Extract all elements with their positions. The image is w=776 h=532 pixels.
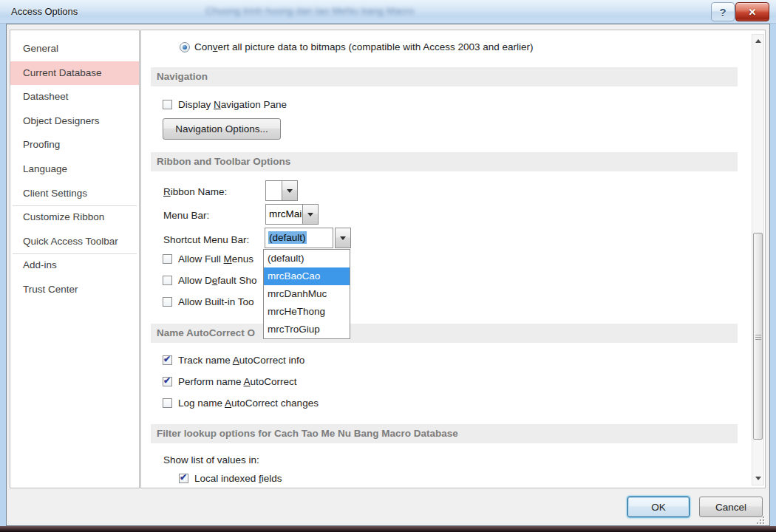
help-icon: ? bbox=[719, 6, 726, 18]
log-name-autocorrect-checkbox[interactable] bbox=[163, 398, 172, 408]
allow-full-menus-label[interactable]: Allow Full Menus bbox=[178, 253, 253, 265]
convert-bitmaps-label[interactable]: Convert all picture data to bitmaps (com… bbox=[194, 41, 533, 52]
close-icon: ✕ bbox=[749, 7, 757, 18]
local-indexed-fields-checkbox[interactable] bbox=[179, 474, 188, 483]
section-header-name-autocorrect: Name AutoCorrect O bbox=[151, 324, 738, 343]
allow-builtin-toolbars-checkbox[interactable] bbox=[163, 297, 172, 307]
sidebar-item-add-ins[interactable]: Add-ins bbox=[10, 253, 139, 278]
dropdown-item-mrchethong[interactable]: mrcHeThong bbox=[264, 303, 350, 321]
scroll-down-icon[interactable] bbox=[752, 473, 763, 484]
sidebar-divider bbox=[13, 253, 137, 254]
ribbon-name-combobox[interactable] bbox=[265, 180, 282, 201]
close-button[interactable]: ✕ bbox=[735, 2, 769, 21]
section-header-ribbon-toolbar: Ribbon and Toolbar Options bbox=[151, 152, 738, 171]
scroll-up-icon[interactable] bbox=[752, 35, 763, 47]
sidebar-item-client-settings[interactable]: Client Settings bbox=[10, 182, 139, 206]
selected-combo-text: (default) bbox=[268, 231, 307, 244]
dropdown-item-mrctrogiup[interactable]: mrcTroGiup bbox=[264, 321, 350, 338]
ribbon-name-label: Ribbon Name: bbox=[163, 186, 227, 197]
resize-grip-icon[interactable] bbox=[755, 515, 766, 525]
dropdown-item-mrcbaocao[interactable]: mrcBaoCao bbox=[264, 267, 350, 285]
sidebar-item-current-database[interactable]: Current Database bbox=[10, 61, 139, 86]
ok-button[interactable]: OK bbox=[627, 497, 690, 517]
shortcut-menu-bar-combobox[interactable]: (default) bbox=[265, 228, 333, 248]
allow-builtin-toolbars-label[interactable]: Allow Built-in Too bbox=[178, 296, 254, 307]
perform-name-autocorrect-checkbox[interactable] bbox=[163, 377, 172, 386]
window-title: Access Options bbox=[11, 6, 78, 17]
window-bottom-frame bbox=[0, 526, 776, 532]
allow-full-menus-checkbox[interactable] bbox=[163, 254, 172, 264]
allow-default-shortcut-menus-checkbox[interactable] bbox=[163, 276, 172, 285]
ribbon-name-dropdown-arrow-icon[interactable] bbox=[282, 180, 298, 201]
options-content-panel: Convert all picture data to bitmaps (com… bbox=[140, 30, 766, 488]
navigation-options-button[interactable]: Navigation Options... bbox=[163, 118, 281, 140]
options-category-sidebar: General Current Database Datasheet Objec… bbox=[10, 30, 140, 488]
help-button[interactable]: ? bbox=[711, 2, 735, 21]
sidebar-item-proofing[interactable]: Proofing bbox=[10, 133, 139, 157]
display-navigation-pane-checkbox[interactable] bbox=[163, 100, 172, 109]
scrollbar-grip-icon bbox=[755, 335, 761, 340]
sidebar-item-customize-ribbon[interactable]: Customize Ribbon bbox=[10, 205, 139, 230]
dropdown-item-mrcdanhmuc[interactable]: mrcDanhMuc bbox=[264, 285, 350, 303]
allow-default-shortcut-menus-label[interactable]: Allow Default Sho bbox=[178, 275, 257, 286]
log-name-autocorrect-label[interactable]: Log name AutoCorrect changes bbox=[178, 398, 319, 409]
sidebar-item-object-designers[interactable]: Object Designers bbox=[10, 109, 139, 134]
menu-bar-label: Menu Bar: bbox=[163, 210, 209, 221]
shortcut-menu-bar-dropdown-arrow-icon[interactable] bbox=[335, 228, 351, 248]
display-navigation-pane-label[interactable]: Display Navigation Pane bbox=[178, 99, 287, 110]
sidebar-item-datasheet[interactable]: Datasheet bbox=[10, 85, 139, 109]
scrollbar-thumb[interactable] bbox=[753, 233, 763, 440]
show-list-of-values-label: Show list of values in: bbox=[163, 454, 259, 466]
perform-name-autocorrect-label[interactable]: Perform name AutoCorrect bbox=[178, 376, 297, 387]
sidebar-item-general[interactable]: General bbox=[10, 37, 139, 61]
local-indexed-fields-label[interactable]: Local indexed fields bbox=[194, 473, 282, 484]
menu-bar-dropdown-arrow-icon[interactable] bbox=[302, 204, 319, 225]
background-window-title: Chuong trinh huong dan tao MeNu bang Mac… bbox=[205, 5, 449, 16]
track-name-autocorrect-label[interactable]: Track name AutoCorrect info bbox=[178, 355, 304, 366]
sidebar-divider bbox=[13, 205, 137, 206]
section-header-navigation: Navigation bbox=[151, 67, 738, 86]
sidebar-item-language[interactable]: Language bbox=[10, 157, 139, 182]
sidebar-item-list: General Current Database Datasheet Objec… bbox=[10, 37, 139, 302]
dropdown-item-default[interactable]: (default) bbox=[264, 250, 350, 267]
section-header-filter-lookup: Filter lookup options for Cach Tao Me Nu… bbox=[151, 424, 738, 443]
titlebar[interactable]: Chuong trinh huong dan tao MeNu bang Mac… bbox=[0, 0, 776, 24]
track-name-autocorrect-checkbox[interactable] bbox=[163, 355, 172, 365]
sidebar-item-quick-access-toolbar[interactable]: Quick Access Toolbar bbox=[10, 230, 139, 254]
convert-bitmaps-radio[interactable] bbox=[180, 42, 190, 52]
menu-bar-combobox[interactable]: mrcMain bbox=[265, 204, 303, 225]
sidebar-item-trust-center[interactable]: Trust Center bbox=[10, 278, 139, 302]
content-scrollbar[interactable] bbox=[752, 34, 764, 485]
shortcut-menu-bar-dropdown-list: (default) mrcBaoCao mrcDanhMuc mrcHeThon… bbox=[263, 249, 350, 339]
shortcut-menu-bar-label: Shortcut Menu Bar: bbox=[163, 234, 249, 245]
cancel-button[interactable]: Cancel bbox=[699, 497, 763, 517]
